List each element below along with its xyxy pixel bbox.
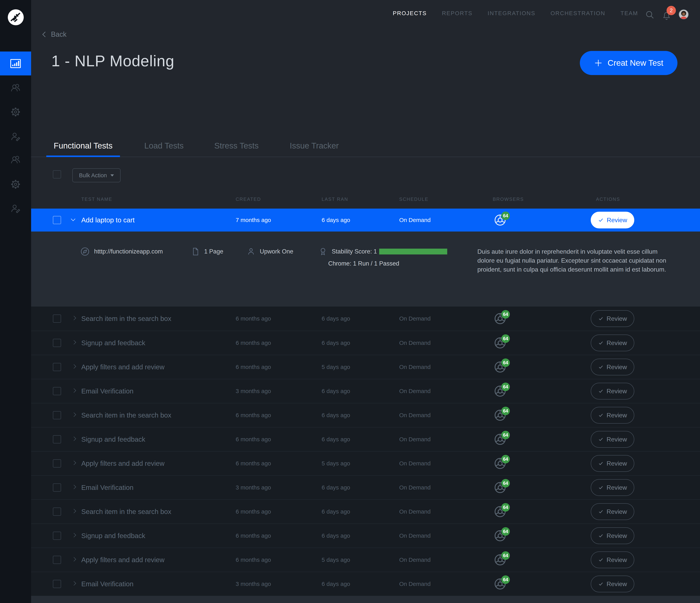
table-row[interactable]: Search item in the search box 6 months a… (31, 499, 700, 524)
created-cell: 6 months ago (236, 306, 271, 331)
nav-item-team[interactable]: TEAM (621, 10, 638, 17)
sidebar-item-team-2[interactable] (0, 148, 31, 172)
functionize-logo[interactable] (8, 9, 24, 25)
row-checkbox[interactable] (53, 387, 61, 395)
chevron-right-icon[interactable] (72, 364, 76, 369)
review-button[interactable]: Review (591, 383, 634, 400)
chevron-right-icon[interactable] (72, 388, 76, 393)
review-button[interactable]: Review (591, 479, 634, 496)
review-button[interactable]: Review (591, 310, 634, 327)
test-name[interactable]: Add laptop to cart (81, 208, 134, 231)
test-name[interactable]: Apply filters and add review (81, 548, 165, 572)
notification-count-badge[interactable]: 2 (667, 6, 676, 15)
row-checkbox[interactable] (53, 507, 61, 516)
test-description: Duis aute irure dolor in reprehenderit i… (477, 247, 668, 274)
sidebar-item-user-edit[interactable] (0, 124, 31, 149)
tab-stress-tests[interactable]: Stress Tests (214, 141, 258, 157)
test-name[interactable]: Email Verification (81, 379, 133, 403)
test-name[interactable]: Search item in the search box (81, 500, 171, 524)
row-checkbox[interactable] (53, 339, 61, 347)
tabs-bar: Functional TestsLoad TestsStress TestsIs… (31, 139, 700, 157)
row-checkbox[interactable] (53, 363, 61, 371)
row-checkbox[interactable] (53, 411, 61, 419)
row-checkbox[interactable] (53, 532, 61, 540)
top-navigation: PROJECTSREPORTSINTEGRATIONSORCHESTRATION… (393, 10, 638, 17)
chevron-right-icon[interactable] (72, 461, 76, 465)
table-row-selected[interactable]: Add laptop to cart 7 months ago 6 days a… (31, 208, 700, 231)
sidebar-item-team[interactable] (0, 76, 31, 100)
table-row[interactable]: Signup and feedback 6 months ago 6 days … (31, 331, 700, 355)
table-row[interactable]: Signup and feedback 6 months ago 6 days … (31, 427, 700, 451)
test-name[interactable]: Search item in the search box (81, 306, 171, 331)
review-button[interactable]: Review (591, 359, 634, 375)
select-all-checkbox[interactable] (53, 170, 61, 178)
table-row[interactable]: Email Verification 3 months ago 6 days a… (31, 572, 700, 596)
chevron-right-icon[interactable] (72, 533, 76, 537)
test-name[interactable]: Email Verification (81, 476, 133, 499)
test-name[interactable]: Search item in the search box (81, 403, 171, 427)
review-button[interactable]: Review (591, 334, 634, 351)
review-button[interactable]: Review (591, 503, 634, 520)
tab-issue-tracker[interactable]: Issue Tracker (290, 141, 339, 157)
row-checkbox[interactable] (53, 459, 61, 468)
test-url-text[interactable]: htttp://functionizeapp.com (94, 248, 163, 255)
tab-load-tests[interactable]: Load Tests (144, 141, 183, 157)
chevron-right-icon[interactable] (72, 581, 76, 586)
table-row[interactable]: Apply filters and add review 6 months ag… (31, 451, 700, 475)
user-edit-icon (10, 131, 21, 142)
review-button[interactable]: Review (591, 407, 634, 424)
sidebar-item-dashboard[interactable] (0, 51, 31, 75)
chevron-right-icon[interactable] (72, 557, 76, 561)
table-row[interactable]: Email Verification 3 months ago 6 days a… (31, 475, 700, 499)
review-button[interactable]: Review (591, 431, 634, 448)
created-cell: 6 months ago (236, 500, 271, 524)
user-avatar[interactable] (679, 9, 689, 20)
test-name[interactable]: Signup and feedback (81, 524, 145, 548)
test-name[interactable]: Email Verification (81, 572, 133, 596)
test-name[interactable]: Signup and feedback (81, 331, 145, 355)
table-row[interactable]: Apply filters and add review 6 months ag… (31, 548, 700, 572)
test-url: htttp://functionizeapp.com (80, 245, 163, 258)
sidebar-item-user-edit-2[interactable] (0, 196, 31, 221)
row-checkbox[interactable] (53, 580, 61, 588)
chevron-right-icon[interactable] (72, 412, 76, 417)
table-row[interactable]: Email Verification 3 months ago 6 days a… (31, 379, 700, 403)
test-name[interactable]: Apply filters and add review (81, 452, 165, 475)
chrome-browser-icon: 64 (494, 481, 512, 495)
review-button[interactable]: Review (591, 455, 634, 472)
nav-item-projects[interactable]: PROJECTS (393, 10, 427, 17)
test-name[interactable]: Signup and feedback (81, 427, 145, 451)
search-icon[interactable] (645, 10, 654, 20)
tab-functional-tests[interactable]: Functional Tests (54, 141, 112, 157)
review-button[interactable]: Review (591, 527, 634, 544)
page-title: 1 - NLP Modeling (51, 52, 174, 70)
test-name[interactable]: Apply filters and add review (81, 355, 165, 379)
nav-item-orchestration[interactable]: ORCHESTRATION (550, 10, 605, 17)
review-button[interactable]: Review (591, 576, 634, 592)
chevron-right-icon[interactable] (72, 509, 76, 513)
review-button[interactable]: Review (591, 552, 634, 568)
row-checkbox[interactable] (53, 483, 61, 492)
chevron-right-icon[interactable] (72, 485, 76, 489)
sidebar-item-settings[interactable] (0, 100, 31, 124)
chevron-right-icon[interactable] (72, 340, 76, 345)
chevron-right-icon[interactable] (72, 316, 76, 320)
table-row[interactable]: Search item in the search box 6 months a… (31, 306, 700, 331)
back-link[interactable]: Back (43, 30, 67, 39)
review-button-label: Review (607, 556, 627, 563)
row-checkbox[interactable] (53, 556, 61, 564)
bulk-action-button[interactable]: Bulk Action (72, 168, 121, 182)
row-checkbox[interactable] (53, 216, 61, 224)
table-row[interactable]: Search item in the search box 6 months a… (31, 403, 700, 427)
row-checkbox[interactable] (53, 435, 61, 444)
chevron-right-icon[interactable] (72, 436, 76, 441)
create-new-test-button[interactable]: Creat New Test (580, 51, 677, 75)
nav-item-reports[interactable]: REPORTS (442, 10, 473, 17)
table-row[interactable]: Apply filters and add review 6 months ag… (31, 355, 700, 379)
row-checkbox[interactable] (53, 315, 61, 323)
review-button[interactable]: Review (591, 212, 634, 228)
table-row[interactable]: Signup and feedback 6 months ago 6 days … (31, 524, 700, 548)
chevron-down-icon[interactable] (71, 217, 75, 221)
nav-item-integrations[interactable]: INTEGRATIONS (488, 10, 535, 17)
sidebar-item-settings-2[interactable] (0, 172, 31, 196)
